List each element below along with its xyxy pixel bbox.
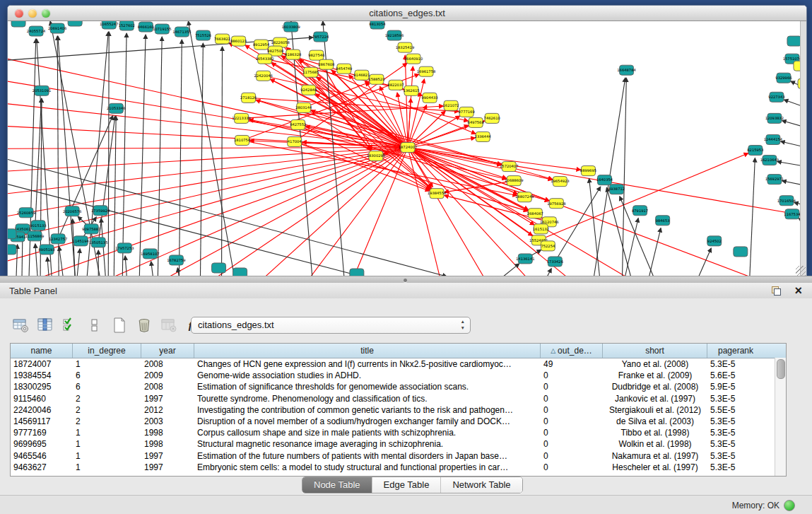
graph-node[interactable]: [476, 132, 490, 141]
graph-node[interactable]: [419, 66, 433, 76]
graph-node[interactable]: [507, 176, 521, 186]
column-header-short[interactable]: short: [603, 344, 707, 358]
graph-node[interactable]: [785, 209, 799, 219]
graph-node[interactable]: [389, 80, 403, 90]
graph-node[interactable]: [787, 36, 801, 46]
graph-node[interactable]: [102, 21, 116, 29]
graph-edge[interactable]: [122, 33, 126, 276]
graph-node[interactable]: [93, 206, 107, 216]
graph-node[interactable]: [770, 92, 784, 102]
graph-node[interactable]: [212, 263, 226, 273]
graph-node[interactable]: [51, 234, 65, 244]
graph-node[interactable]: [139, 22, 153, 32]
graph-node[interactable]: [398, 42, 412, 52]
graph-edge[interactable]: [242, 140, 517, 195]
column-header-title[interactable]: title: [194, 344, 541, 358]
graph-edge[interactable]: [405, 55, 408, 147]
delete-column-icon[interactable]: [135, 316, 153, 334]
graph-node[interactable]: [258, 54, 272, 64]
graph-node[interactable]: [459, 107, 473, 117]
graph-edge[interactable]: [649, 228, 661, 276]
graph-node[interactable]: [117, 243, 131, 253]
graph-edge[interactable]: [125, 256, 126, 276]
tab-node-table[interactable]: Node Table: [302, 477, 372, 493]
graph-node[interactable]: [430, 189, 444, 199]
graph-node[interactable]: [337, 64, 351, 74]
graph-node[interactable]: [235, 135, 249, 145]
splitter-handle-icon[interactable]: [404, 279, 407, 282]
graph-node[interactable]: [502, 162, 516, 172]
graph-node[interactable]: [734, 247, 748, 257]
scrollbar-thumb[interactable]: [777, 359, 785, 379]
graph-node[interactable]: [286, 49, 300, 59]
graph-edge[interactable]: [8, 147, 408, 247]
graph-node[interactable]: [169, 255, 183, 265]
graph-node[interactable]: [597, 175, 611, 185]
graph-edge[interactable]: [222, 47, 223, 276]
graph-node[interactable]: [242, 93, 256, 103]
float-panel-icon[interactable]: [772, 286, 781, 296]
graph-node[interactable]: [581, 166, 595, 176]
graph-edge[interactable]: [188, 21, 234, 276]
table-row[interactable]: 946554611997Estimation of the future num…: [11, 450, 786, 462]
graph-node[interactable]: [29, 26, 43, 36]
graph-node[interactable]: [31, 221, 45, 230]
graph-edge[interactable]: [264, 76, 469, 121]
graph-node[interactable]: [369, 151, 383, 161]
graph-node[interactable]: [302, 85, 316, 95]
graph-node[interactable]: [517, 192, 531, 202]
graph-node[interactable]: [304, 67, 318, 77]
graph-node[interactable]: [73, 236, 88, 246]
graph-node[interactable]: [40, 245, 54, 255]
graph-node[interactable]: [548, 257, 562, 267]
select-columns-icon[interactable]: [61, 316, 79, 334]
graph-node[interactable]: [534, 224, 548, 234]
graph-edge[interactable]: [265, 59, 404, 89]
table-row[interactable]: 911546021997Tourette syndrome. Phenomeno…: [11, 393, 786, 404]
graph-node[interactable]: [65, 206, 79, 216]
close-panel-icon[interactable]: ×: [794, 284, 802, 298]
table-row[interactable]: 946362711997Embryonic stem cells: a mode…: [11, 462, 786, 473]
graph-edge[interactable]: [22, 237, 23, 276]
graph-edge[interactable]: [114, 116, 116, 276]
graph-node[interactable]: [767, 113, 782, 123]
graph-edge[interactable]: [625, 218, 639, 276]
graph-node[interactable]: [541, 241, 555, 251]
graph-node[interactable]: [387, 30, 401, 40]
table-row[interactable]: 1830029562008Estimation of significance …: [11, 381, 786, 392]
graph-node[interactable]: [549, 199, 563, 209]
table-scrollbar[interactable]: [775, 358, 786, 476]
graph-edge[interactable]: [158, 37, 162, 276]
graph-node[interactable]: [291, 119, 305, 129]
column-header-year[interactable]: year: [141, 344, 194, 358]
table-row[interactable]: 969969511998Structural magnetic resonanc…: [11, 438, 786, 450]
column-header-out_de[interactable]: △out_de…: [541, 344, 603, 358]
graph-node[interactable]: [254, 40, 269, 49]
graph-node[interactable]: [19, 208, 33, 218]
graph-node[interactable]: [610, 185, 624, 194]
tab-edge-table[interactable]: Edge Table: [372, 477, 442, 493]
graph-node[interactable]: [35, 86, 49, 95]
graph-node[interactable]: [84, 224, 98, 234]
table-row[interactable]: 977716911998Corpus callosum shape and si…: [11, 427, 786, 438]
graph-edge[interactable]: [334, 147, 408, 276]
graph-node[interactable]: [155, 24, 169, 34]
graph-edge[interactable]: [445, 181, 514, 192]
graph-node[interactable]: [528, 209, 542, 218]
graph-node[interactable]: [319, 59, 334, 69]
graph-node[interactable]: [50, 23, 64, 33]
graph-node[interactable]: [355, 70, 369, 80]
graph-edge[interactable]: [139, 35, 146, 276]
table-row[interactable]: 1938455462009Genome-wide association stu…: [11, 370, 786, 381]
graph-edge[interactable]: [163, 147, 408, 276]
graph-node[interactable]: [707, 236, 722, 246]
show-columns-icon[interactable]: [36, 316, 54, 334]
graph-edge[interactable]: [35, 244, 37, 276]
column-header-pagerank[interactable]: pagerank: [707, 344, 764, 358]
graph-node[interactable]: [232, 36, 246, 46]
network-view-window[interactable]: citations_edges.txt 24055724206914061065…: [7, 5, 807, 277]
graph-node[interactable]: [91, 238, 105, 247]
graph-node[interactable]: [28, 231, 42, 241]
graph-node[interactable]: [8, 229, 16, 239]
graph-node[interactable]: [175, 27, 189, 37]
